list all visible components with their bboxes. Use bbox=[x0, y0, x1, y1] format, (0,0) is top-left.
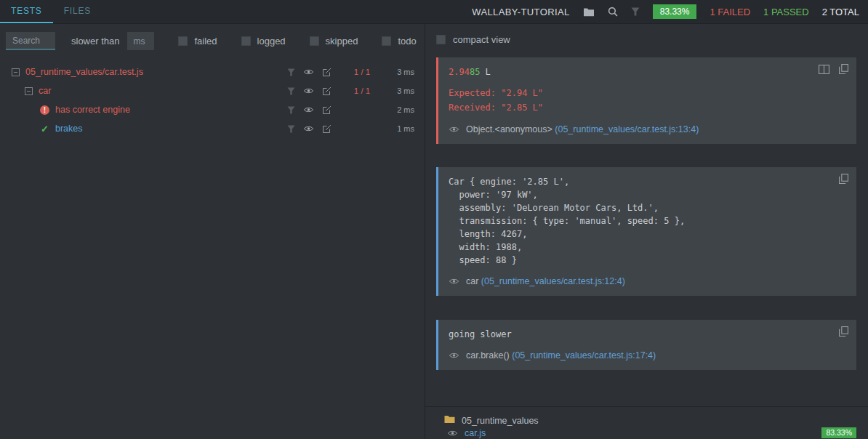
coverage-folder-row[interactable]: 05_runtime_values bbox=[436, 415, 856, 427]
edit-icon[interactable] bbox=[322, 124, 331, 134]
tab-tests[interactable]: TESTS bbox=[0, 0, 53, 23]
failed-checkbox-label: failed bbox=[194, 36, 217, 47]
diff-received-part: 85 bbox=[470, 67, 480, 77]
location-text: car (05_runtime_values/car.test.js:12:4) bbox=[466, 276, 625, 286]
todo-checkbox[interactable] bbox=[382, 36, 391, 46]
log-line: length: 4267, bbox=[449, 227, 846, 241]
test-row-file[interactable]: 05_runtime_values/car.test.js 1 / 1 3 ms bbox=[0, 63, 425, 81]
collapse-icon[interactable] bbox=[12, 68, 20, 76]
copy-icon[interactable] bbox=[839, 174, 848, 184]
test-file-label: 05_runtime_values/car.test.js bbox=[25, 67, 143, 77]
eye-icon[interactable] bbox=[449, 126, 459, 133]
search-input[interactable] bbox=[6, 32, 55, 50]
stack-location: Object.<anonymous> (05_runtime_values/ca… bbox=[449, 124, 846, 134]
collapse-icon[interactable] bbox=[25, 87, 33, 95]
expected-line: Expected: "2.94 L" bbox=[449, 86, 846, 100]
tab-files[interactable]: FILES bbox=[53, 0, 102, 23]
log-line: power: '97 kW', bbox=[449, 188, 846, 201]
test-label: brakes bbox=[55, 124, 83, 134]
skipped-checkbox-label: skipped bbox=[326, 36, 358, 47]
log-line: Car { engine: '2.85 L', bbox=[449, 175, 846, 188]
test-row-describe[interactable]: car 1 / 1 3 ms bbox=[0, 81, 425, 100]
search-icon[interactable] bbox=[608, 7, 618, 17]
console-log-card: Car { engine: '2.85 L', power: '97 kW', … bbox=[436, 167, 856, 296]
diff-view-icon[interactable] bbox=[819, 64, 829, 74]
diff-common-part: L bbox=[480, 67, 490, 77]
compact-view-toggle[interactable]: compact view bbox=[436, 34, 856, 45]
funnel-icon[interactable] bbox=[287, 87, 295, 95]
logged-checkbox[interactable] bbox=[241, 36, 251, 46]
test-label: has correct engine bbox=[55, 105, 130, 115]
project-title: WALLABY-TUTORIAL bbox=[472, 7, 570, 17]
skipped-checkbox[interactable] bbox=[310, 36, 319, 46]
checkbox-failed[interactable]: failed bbox=[178, 36, 217, 47]
checkbox-logged[interactable]: logged bbox=[241, 36, 286, 47]
location-prefix: car bbox=[466, 276, 481, 286]
eye-icon[interactable] bbox=[303, 125, 314, 132]
coverage-file-link[interactable]: car.js bbox=[465, 428, 486, 438]
inline-diff: 2.9485 L bbox=[449, 65, 846, 78]
row-actions bbox=[287, 86, 331, 96]
edit-icon[interactable] bbox=[322, 86, 331, 96]
compact-view-checkbox[interactable] bbox=[436, 35, 446, 44]
total-count[interactable]: 2 TOTAL bbox=[822, 7, 859, 17]
edit-icon[interactable] bbox=[322, 68, 331, 77]
filter-funnel-icon[interactable] bbox=[631, 7, 640, 16]
passed-count[interactable]: 1 PASSED bbox=[763, 7, 809, 17]
folder-icon[interactable] bbox=[583, 7, 595, 17]
funnel-icon[interactable] bbox=[287, 68, 295, 76]
filter-bar: slower than failed logged skipped todo bbox=[0, 32, 425, 50]
details-panel: compact view 2.9485 L Expected: "2.94 L"… bbox=[425, 24, 868, 439]
location-link[interactable]: (05_runtime_values/car.test.js:12:4) bbox=[481, 276, 625, 286]
log-line: transmission: { type: 'manual', speed: 5… bbox=[449, 214, 846, 227]
location-link[interactable]: (05_runtime_values/car.test.js:17:4) bbox=[512, 350, 656, 361]
log-line: width: 1988, bbox=[449, 241, 846, 254]
main-split: slower than failed logged skipped todo bbox=[0, 24, 868, 439]
file-coverage-badge: 83.33% bbox=[821, 427, 856, 439]
eye-icon[interactable] bbox=[449, 278, 459, 285]
funnel-icon[interactable] bbox=[287, 106, 295, 114]
folder-yellow-icon bbox=[444, 415, 455, 426]
log-location: car.brake() (05_runtime_values/car.test.… bbox=[449, 350, 846, 361]
location-link[interactable]: (05_runtime_values/car.test.js:13:4) bbox=[555, 124, 699, 134]
copy-icon[interactable] bbox=[839, 64, 848, 74]
logged-checkbox-label: logged bbox=[257, 36, 286, 47]
error-card: 2.9485 L Expected: "2.94 L" Received: "2… bbox=[436, 57, 856, 144]
row-actions bbox=[287, 68, 331, 77]
slower-than-ms-input[interactable] bbox=[127, 32, 154, 50]
diff-expected-part: 2.94 bbox=[449, 67, 470, 77]
funnel-icon[interactable] bbox=[287, 125, 295, 133]
duration: 2 ms bbox=[381, 105, 414, 114]
copy-icon[interactable] bbox=[839, 326, 848, 337]
location-text: car.brake() (05_runtime_values/car.test.… bbox=[466, 350, 656, 361]
test-row-passed[interactable]: ✓ brakes 1 ms bbox=[0, 119, 425, 138]
coverage-badge: 83.33% bbox=[653, 4, 697, 19]
pass-count: 1 / 1 bbox=[343, 86, 381, 95]
card-actions bbox=[839, 326, 848, 337]
eye-icon[interactable] bbox=[449, 352, 459, 359]
pass-count: 1 / 1 bbox=[343, 68, 381, 76]
duration: 3 ms bbox=[381, 68, 414, 76]
failed-checkbox[interactable] bbox=[178, 36, 188, 46]
describe-label: car bbox=[39, 86, 51, 96]
checkbox-todo[interactable]: todo bbox=[382, 36, 416, 47]
error-icon: ! bbox=[40, 105, 49, 115]
location-prefix: car.brake() bbox=[466, 350, 512, 361]
duration: 1 ms bbox=[381, 124, 414, 133]
edit-icon[interactable] bbox=[322, 105, 331, 115]
eye-icon[interactable] bbox=[303, 87, 314, 94]
console-log-card-2: going slower car.brake() (05_runtime_val… bbox=[436, 320, 856, 370]
coverage-file-row[interactable]: car.js 83.33% bbox=[436, 427, 856, 439]
location-text: Object.<anonymous> (05_runtime_values/ca… bbox=[466, 124, 699, 134]
test-row-failed[interactable]: ! has correct engine 2 ms bbox=[0, 100, 425, 119]
eye-icon[interactable] bbox=[303, 68, 314, 76]
failed-count[interactable]: 1 FAILED bbox=[710, 7, 750, 17]
eye-icon[interactable] bbox=[447, 430, 458, 437]
log-location: car (05_runtime_values/car.test.js:12:4) bbox=[449, 276, 846, 286]
log-line: going slower bbox=[449, 328, 846, 341]
divider bbox=[425, 406, 868, 407]
checkbox-skipped[interactable]: skipped bbox=[310, 36, 358, 47]
duration: 3 ms bbox=[381, 86, 414, 95]
test-tree: 05_runtime_values/car.test.js 1 / 1 3 ms… bbox=[0, 63, 425, 138]
eye-icon[interactable] bbox=[303, 106, 314, 113]
